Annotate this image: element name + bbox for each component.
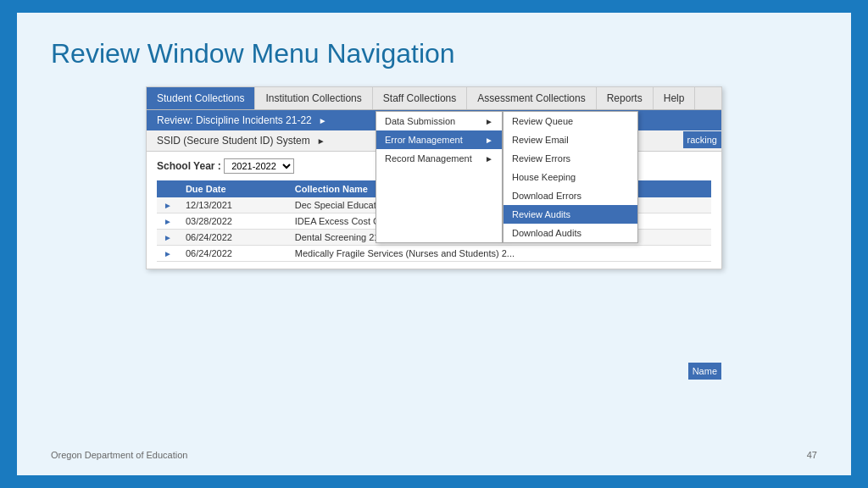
dropdown-download-audits[interactable]: Download Audits <box>504 224 637 242</box>
sub-menu-ssid-arrow: ► <box>317 136 326 146</box>
screenshot: Student Collections Institution Collecti… <box>146 86 722 269</box>
dropdown-review-audits[interactable]: Review Audits <box>504 205 637 224</box>
sub-menu-discipline-item[interactable]: Review: Discipline Incidents 21-22 ► <box>147 110 337 130</box>
dropdown-review-email[interactable]: Review Email <box>504 130 637 149</box>
dropdown-review-errors[interactable]: Review Errors <box>504 149 637 168</box>
dropdown-review-queue-label: Review Queue <box>512 116 573 126</box>
dropdown-col1: Data Submission ► Error Management ► Rec… <box>376 111 503 243</box>
nav-student-collections[interactable]: Student Collections <box>147 87 255 109</box>
dropdown-house-keeping[interactable]: House Keeping <box>504 168 637 186</box>
dropdown-house-keeping-label: House Keeping <box>512 172 576 182</box>
content-area: Student Collections Institution Collecti… <box>51 86 817 269</box>
nav-help[interactable]: Help <box>654 87 696 109</box>
row-arrow: ► <box>157 230 179 246</box>
row-collection-name: Medically Fragile Services (Nurses and S… <box>288 246 711 262</box>
dropdown-data-submission[interactable]: Data Submission ► <box>376 112 502 130</box>
slide-title: Review Window Menu Navigation <box>51 38 817 69</box>
table-header-arrow-col <box>157 180 179 197</box>
footer: Oregon Department of Education 47 <box>51 450 817 460</box>
dropdown-record-management-arrow: ► <box>485 154 493 164</box>
dropdown-review-email-label: Review Email <box>512 135 569 145</box>
school-year-label: School Year : <box>157 160 221 172</box>
sub-menu-discipline-label: Review: Discipline Incidents 21-22 <box>157 114 312 126</box>
dropdown-error-management[interactable]: Error Management ► <box>376 130 502 149</box>
dropdown-record-management-label: Record Management <box>385 153 472 164</box>
dropdown-download-audits-label: Download Audits <box>512 228 581 238</box>
nav-institution-collections[interactable]: Institution Collections <box>255 87 372 109</box>
row-due-date: 03/28/2022 <box>179 214 288 230</box>
row-arrow: ► <box>157 214 179 230</box>
slide: Review Window Menu Navigation Student Co… <box>17 13 851 475</box>
nav-staff-collections[interactable]: Staff Collections <box>373 87 468 109</box>
name-label: Name <box>688 363 721 380</box>
sub-menu-discipline-arrow: ► <box>319 116 327 125</box>
nav-bar: Student Collections Institution Collecti… <box>147 87 721 110</box>
dropdown-download-errors-label: Download Errors <box>512 191 581 201</box>
dropdown-col2: Review Queue Review Email Review Errors … <box>503 111 638 243</box>
row-arrow: ► <box>157 246 179 262</box>
sub-menu-ssid-label: SSID (Secure Student ID) System <box>157 135 310 147</box>
school-year-select[interactable]: 2021-2022 <box>224 158 294 174</box>
dropdown-error-management-label: Error Management <box>385 135 463 145</box>
nav-assessment-collections[interactable]: Assessment Collections <box>467 87 596 109</box>
dropdown-record-management[interactable]: Record Management ► <box>376 149 502 168</box>
row-due-date: 12/13/2021 <box>179 197 288 214</box>
row-due-date: 06/24/2022 <box>179 230 288 246</box>
dropdown-menus: Data Submission ► Error Management ► Rec… <box>376 111 638 243</box>
row-arrow: ► <box>157 197 179 214</box>
dropdown-review-audits-label: Review Audits <box>512 209 570 219</box>
dropdown-download-errors[interactable]: Download Errors <box>504 186 637 205</box>
footer-left: Oregon Department of Education <box>51 450 187 460</box>
dropdown-data-submission-arrow: ► <box>485 117 493 126</box>
table-header-due-date: Due Date <box>179 180 288 197</box>
tracking-label: racking <box>683 131 721 148</box>
dropdown-error-management-arrow: ► <box>485 136 493 145</box>
table-row[interactable]: ► 06/24/2022 Medically Fragile Services … <box>157 246 711 262</box>
footer-right: 47 <box>807 450 817 460</box>
dropdown-data-submission-label: Data Submission <box>385 116 455 126</box>
dropdown-review-queue[interactable]: Review Queue <box>504 112 637 130</box>
nav-reports[interactable]: Reports <box>597 87 654 109</box>
dropdown-review-errors-label: Review Errors <box>512 153 570 164</box>
row-due-date: 06/24/2022 <box>179 246 288 262</box>
